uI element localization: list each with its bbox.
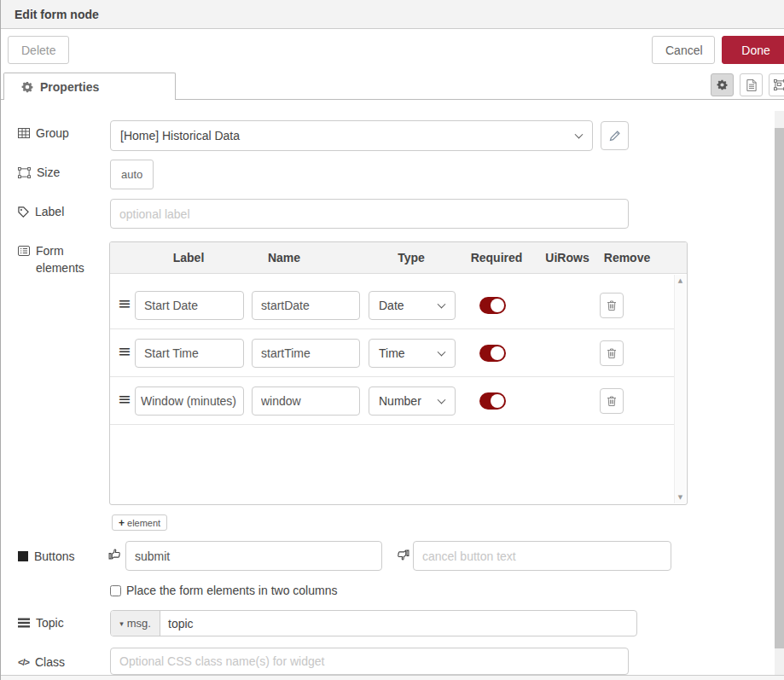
tag-icon — [18, 206, 29, 218]
element-label-input[interactable] — [135, 291, 244, 320]
description-tab-button[interactable] — [740, 73, 763, 96]
drag-handle-icon[interactable]: ≡ — [118, 343, 131, 359]
size-field-label: Size — [18, 166, 60, 179]
trash-icon — [607, 299, 617, 311]
class-field-label: </> Class — [18, 655, 65, 669]
column-header-type: Type — [398, 251, 425, 264]
chevron-down-icon — [438, 396, 446, 404]
topic-field-label: Topic — [18, 616, 64, 630]
chevron-down-icon — [438, 348, 446, 357]
toggle-knob — [491, 394, 504, 408]
thumbs-down-icon — [397, 549, 409, 561]
gear-icon — [717, 79, 728, 90]
plus-icon: + — [119, 517, 125, 529]
topic-type-select[interactable]: ▾ msg. — [111, 611, 160, 636]
add-element-button[interactable]: + element — [112, 514, 167, 531]
chevron-down-icon — [438, 300, 446, 309]
scroll-down-icon[interactable]: ▼ — [675, 494, 686, 501]
table-row: ≡ Number — [110, 377, 676, 425]
class-input[interactable] — [110, 648, 629, 675]
scroll-up-icon[interactable]: ▲ — [675, 277, 686, 284]
column-header-name: Name — [268, 251, 300, 264]
two-columns-label: Place the form elements in two columns — [126, 584, 337, 597]
column-header-uirows: UiRows — [545, 251, 589, 264]
remove-element-button[interactable] — [600, 388, 624, 414]
list-icon — [18, 242, 30, 256]
caret-down-icon: ▾ — [119, 619, 124, 628]
trash-icon — [607, 395, 617, 407]
document-icon — [746, 79, 757, 91]
drag-handle-icon[interactable]: ≡ — [118, 391, 131, 407]
table-row: ≡ Time — [110, 329, 676, 377]
remove-element-button[interactable] — [600, 340, 624, 366]
object-group-icon — [774, 79, 784, 90]
column-header-required: Required — [471, 251, 523, 264]
column-header-remove: Remove — [604, 251, 650, 264]
tab-bar: Properties — [1, 73, 784, 100]
object-group-icon — [18, 167, 31, 178]
dialog-title: Edit form node — [1, 0, 784, 21]
element-label-input[interactable] — [135, 339, 244, 368]
topic-typed-input: ▾ msg. topic — [110, 610, 637, 636]
code-icon: </> — [18, 657, 29, 667]
trash-icon — [607, 347, 617, 359]
element-label-input[interactable] — [135, 386, 244, 416]
toggle-knob — [491, 346, 504, 360]
form-elements-field-label: Form elements — [18, 242, 91, 276]
element-type-select[interactable]: Number — [369, 386, 456, 416]
cancel-button-text-input[interactable] — [413, 541, 671, 571]
two-columns-option: Place the form elements in two columns — [110, 584, 337, 597]
required-toggle[interactable] — [479, 345, 506, 362]
label-field-label: Label — [18, 205, 64, 218]
tab-properties-label: Properties — [40, 80, 99, 94]
element-name-input[interactable] — [252, 386, 360, 416]
submit-button-text-input[interactable] — [125, 541, 382, 571]
drag-handle-icon[interactable]: ≡ — [118, 295, 131, 311]
label-input[interactable] — [110, 199, 629, 229]
properties-tab-button[interactable] — [711, 73, 734, 96]
form-elements-table: Label Name Type Required UiRows Remove ≡… — [109, 241, 688, 505]
tasks-icon — [18, 618, 30, 628]
element-type-select[interactable]: Time — [369, 339, 456, 368]
column-header-label: Label — [173, 251, 205, 264]
dialog-header: Edit form node — [1, 0, 784, 29]
remove-element-button[interactable] — [600, 293, 624, 318]
bottom-divider — [1, 675, 784, 680]
table-icon — [18, 128, 30, 138]
gear-icon — [21, 81, 33, 93]
cancel-button[interactable]: Cancel — [652, 36, 715, 64]
element-name-input[interactable] — [252, 339, 360, 368]
square-icon — [18, 551, 28, 561]
group-select[interactable]: [Home] Historical Data — [110, 120, 593, 151]
pencil-icon — [609, 130, 621, 142]
scrollbar-thumb[interactable] — [775, 128, 784, 648]
topic-type-label: msg. — [127, 617, 151, 630]
topic-value-input[interactable]: topic — [160, 611, 636, 636]
edit-form-node-dialog: Edit form node Delete Cancel Done Proper… — [0, 0, 784, 680]
tab-properties[interactable]: Properties — [3, 73, 176, 100]
required-toggle[interactable] — [479, 392, 506, 410]
group-field-label: Group — [18, 126, 69, 140]
thumbs-up-icon — [108, 548, 121, 561]
required-toggle[interactable] — [479, 297, 506, 314]
two-columns-checkbox[interactable] — [110, 585, 121, 596]
chevron-down-icon — [575, 131, 584, 139]
element-type-select[interactable]: Date — [369, 291, 456, 320]
buttons-field-label: Buttons — [18, 549, 74, 563]
list-scrollbar[interactable]: ▲ ▼ — [674, 275, 686, 503]
form-elements-table-header: Label Name Type Required UiRows Remove — [110, 242, 687, 274]
form-elements-list: ≡ Date ≡ Time — [110, 274, 687, 504]
delete-button[interactable]: Delete — [8, 36, 69, 64]
appearance-tab-button[interactable] — [769, 73, 784, 96]
dialog-scrollbar[interactable] — [775, 111, 784, 680]
done-button[interactable]: Done — [722, 36, 784, 64]
size-auto-button[interactable]: auto — [110, 160, 154, 189]
table-row: ≡ Date — [110, 282, 676, 329]
edit-group-button[interactable] — [601, 121, 629, 150]
toggle-knob — [491, 299, 504, 312]
element-name-input[interactable] — [252, 291, 360, 320]
